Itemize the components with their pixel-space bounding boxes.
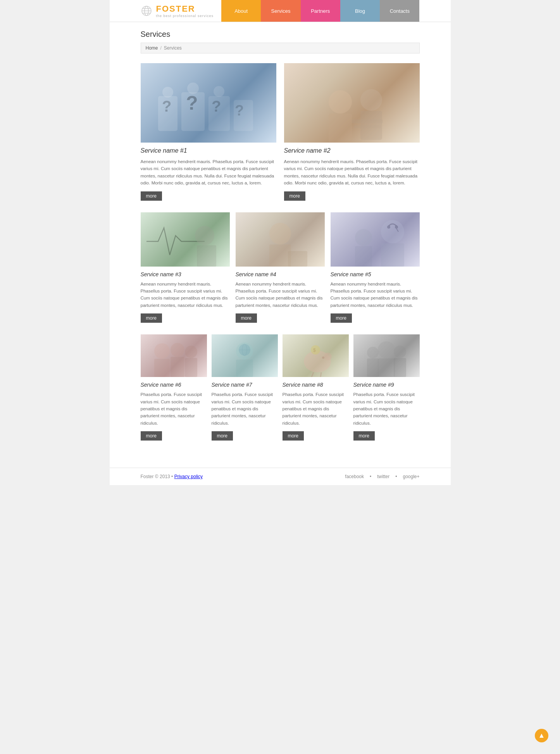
svg-line-49 (320, 372, 321, 377)
svg-point-16 (329, 90, 352, 114)
service-name-2: Service name #2 (284, 147, 420, 154)
service-card-8: $ Service name #8 Phasellus porta. Fusce… (283, 334, 349, 441)
breadcrumb: Home / Services (141, 43, 420, 53)
service-desc-7: Phasellus porta. Fusce suscipit varius m… (212, 391, 278, 427)
service-desc-9: Phasellus porta. Fusce suscipit varius m… (353, 391, 420, 427)
svg-point-24 (269, 223, 291, 244)
logo-plain: STER (169, 4, 195, 14)
logo-subtitle: the best professional services (156, 14, 214, 18)
breadcrumb-home[interactable]: Home (146, 45, 158, 51)
service-more-btn-3[interactable]: more (141, 313, 162, 323)
svg-point-18 (360, 89, 382, 111)
service-card-3: Service name #3 Aenean nonummy hendrerit… (141, 212, 230, 323)
service-card-9: Service name #9 Phasellus porta. Fusce s… (353, 334, 420, 441)
svg-point-6 (162, 87, 173, 98)
svg-point-47 (322, 356, 324, 359)
svg-point-38 (185, 346, 197, 358)
svg-point-32 (395, 226, 398, 229)
service-more-btn-4[interactable]: more (236, 313, 257, 323)
globe-icon (141, 5, 152, 17)
service-name-3: Service name #3 (141, 271, 230, 277)
svg-point-36 (171, 343, 184, 357)
svg-rect-30 (355, 246, 372, 267)
footer-separator: • (171, 474, 173, 479)
service-image-2 (284, 63, 420, 143)
service-image-4 (236, 212, 325, 267)
service-desc-4: Aenean nonummy hendrerit mauris. Phasell… (236, 281, 325, 309)
service-more-btn-7[interactable]: more (212, 431, 233, 441)
footer-twitter-link[interactable]: twitter (377, 474, 389, 479)
service-name-8: Service name #8 (283, 382, 349, 388)
svg-point-56 (367, 347, 379, 358)
header: FOSTER the best professional services Ab… (110, 0, 451, 22)
svg-rect-21 (354, 125, 381, 128)
service-card-7: Service name #7 Phasellus porta. Fusce s… (212, 334, 278, 441)
service-name-4: Service name #4 (236, 271, 325, 277)
service-desc-5: Aenean nonummy hendrerit mauris. Phasell… (331, 281, 420, 309)
svg-rect-35 (154, 359, 170, 377)
service-name-7: Service name #7 (212, 382, 278, 388)
service-more-btn-6[interactable]: more (141, 431, 162, 441)
nav-item-blog[interactable]: Blog (340, 0, 380, 22)
svg-rect-57 (367, 358, 379, 377)
service-image-1: ? ? ? ? (141, 63, 276, 143)
service-name-6: Service name #6 (141, 382, 207, 388)
service-desc-2: Aenean nonummy hendrerit mauris. Phasell… (284, 158, 420, 187)
service-card-2: Service name #2 Aenean nonummy hendrerit… (284, 63, 420, 201)
page-content: Services Home / Services ? ? ? (110, 22, 451, 468)
footer-copyright: © 2013 (155, 474, 170, 479)
main-nav: About Services Partners Blog Contacts (221, 0, 419, 22)
svg-point-12 (214, 86, 224, 97)
logo-text: FOSTER the best professional services (156, 4, 214, 18)
svg-rect-28 (381, 243, 404, 267)
footer-left: Foster © 2013 • Privacy policy (141, 474, 203, 479)
svg-line-48 (312, 372, 314, 377)
service-more-btn-9[interactable]: more (353, 431, 375, 441)
svg-point-22 (195, 226, 214, 245)
nav-item-about[interactable]: About (221, 0, 261, 22)
svg-rect-55 (394, 358, 406, 377)
service-card-5: Service name #5 Aenean nonummy hendrerit… (331, 212, 420, 323)
logo-title: FOSTER (156, 4, 214, 14)
svg-text:?: ? (235, 102, 244, 119)
svg-point-46 (324, 353, 332, 360)
svg-rect-25 (269, 244, 291, 267)
service-image-8: $ (283, 334, 349, 377)
footer-facebook-link[interactable]: facebook (345, 474, 364, 479)
service-desc-6: Phasellus porta. Fusce suscipit varius m… (141, 391, 207, 427)
service-desc-8: Phasellus porta. Fusce suscipit varius m… (283, 391, 349, 427)
service-image-7 (212, 334, 278, 377)
services-row-2: Service name #3 Aenean nonummy hendrerit… (141, 212, 420, 323)
service-desc-1: Aenean nonummy hendrerit mauris. Phasell… (141, 158, 276, 187)
service-more-btn-5[interactable]: more (331, 313, 352, 323)
service-name-5: Service name #5 (331, 271, 420, 277)
footer-social-sep2: • (395, 474, 397, 479)
svg-text:$: $ (313, 348, 316, 353)
breadcrumb-separator: / (160, 45, 162, 51)
svg-rect-41 (236, 360, 253, 377)
service-name-9: Service name #9 (353, 382, 420, 388)
nav-item-partners[interactable]: Partners (301, 0, 340, 22)
footer-social-sep1: • (370, 474, 371, 479)
nav-item-contacts[interactable]: Contacts (380, 0, 419, 22)
svg-point-54 (394, 346, 406, 358)
svg-rect-23 (197, 245, 216, 267)
svg-text:?: ? (186, 92, 198, 114)
service-image-9 (353, 334, 420, 377)
svg-point-52 (378, 341, 395, 358)
footer: Foster © 2013 • Privacy policy facebook … (110, 468, 451, 485)
footer-brand: Foster (141, 474, 154, 479)
service-desc-3: Aenean nonummy hendrerit mauris. Phasell… (141, 281, 230, 309)
footer-privacy-link[interactable]: Privacy policy (174, 474, 203, 479)
svg-point-34 (154, 343, 170, 359)
svg-rect-37 (171, 357, 184, 377)
service-more-btn-1[interactable]: more (141, 191, 162, 201)
service-name-1: Service name #1 (141, 147, 276, 154)
service-more-btn-8[interactable]: more (283, 431, 304, 441)
logo-area: FOSTER the best professional services (141, 0, 222, 22)
service-more-btn-2[interactable]: more (284, 191, 305, 201)
svg-rect-39 (185, 358, 197, 377)
nav-item-services[interactable]: Services (261, 0, 300, 22)
footer-googleplus-link[interactable]: google+ (403, 474, 419, 479)
page-title: Services (141, 30, 420, 39)
